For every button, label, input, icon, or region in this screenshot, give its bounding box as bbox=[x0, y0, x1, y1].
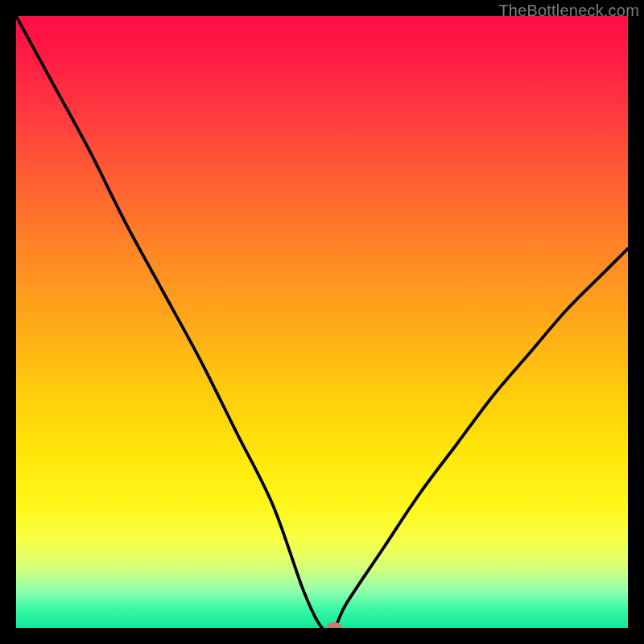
curve-layer bbox=[16, 16, 628, 628]
bottleneck-curve bbox=[16, 16, 628, 628]
chart-stage: TheBottleneck.com bbox=[0, 0, 644, 644]
optimal-point-marker bbox=[326, 622, 342, 628]
plot-area bbox=[16, 16, 628, 628]
